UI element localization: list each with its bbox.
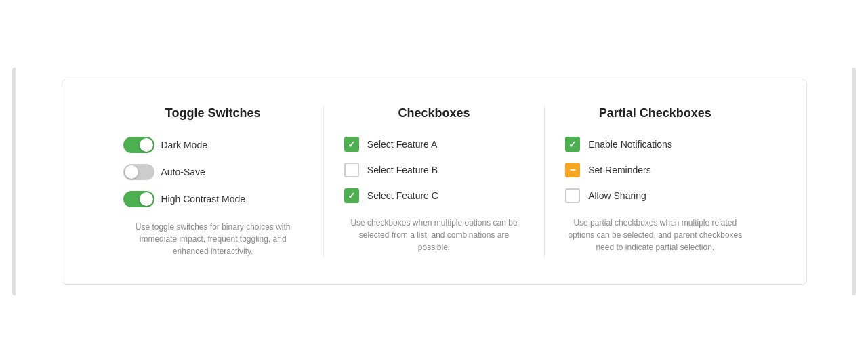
section-toggles: Toggle Switches Dark Mode Auto-Save: [103, 106, 324, 257]
toggle-dark-mode-knob: [140, 138, 153, 152]
checkbox-feature-c-label: Select Feature C: [367, 190, 438, 201]
checkbox-feature-a[interactable]: [344, 137, 359, 152]
toggle-high-contrast[interactable]: [123, 191, 154, 207]
checkbox-item-feature-c: Select Feature C: [344, 188, 524, 203]
partial-checkbox-reminders-label: Set Reminders: [588, 165, 651, 175]
partial-checkbox-item-sharing: Allow Sharing: [565, 188, 745, 203]
toggle-high-contrast-knob: [140, 192, 153, 206]
checkbox-section-title: Checkboxes: [344, 106, 524, 121]
partial-checkbox-notifications-label: Enable Notifications: [588, 139, 672, 150]
checkbox-feature-b[interactable]: [344, 163, 359, 177]
checkbox-feature-a-label: Select Feature A: [367, 139, 438, 150]
partial-checkbox-section-description: Use partial checkboxes when multiple rel…: [565, 217, 745, 253]
section-partial-checkboxes: Partial Checkboxes Enable Notifications …: [545, 106, 765, 257]
toggle-section-title: Toggle Switches: [123, 106, 303, 121]
checkbox-item-feature-b: Select Feature B: [344, 163, 524, 177]
toggle-dark-mode-label: Dark Mode: [161, 140, 207, 150]
toggle-auto-save[interactable]: [123, 164, 154, 180]
page-container: Toggle Switches Dark Mode Auto-Save: [0, 0, 868, 363]
partial-checkbox-section-title: Partial Checkboxes: [565, 106, 745, 121]
partial-checkbox-item-reminders: Set Reminders: [565, 163, 745, 177]
checkbox-item-feature-a: Select Feature A: [344, 137, 524, 152]
checkbox-feature-c[interactable]: [344, 188, 359, 203]
checkbox-section-description: Use checkboxes when multiple options can…: [344, 217, 524, 253]
toggle-section-description: Use toggle switches for binary choices w…: [123, 221, 303, 257]
checkbox-feature-b-label: Select Feature B: [367, 165, 438, 175]
toggle-auto-save-label: Auto-Save: [161, 167, 205, 177]
toggle-item-high-contrast: High Contrast Mode: [123, 191, 303, 207]
partial-checkbox-sharing-label: Allow Sharing: [588, 190, 646, 201]
toggle-auto-save-knob: [125, 165, 138, 179]
partial-checkbox-sharing[interactable]: [565, 188, 580, 203]
toggle-item-dark-mode: Dark Mode: [123, 137, 303, 153]
partial-checkbox-reminders[interactable]: [565, 163, 580, 177]
partial-checkbox-item-notifications: Enable Notifications: [565, 137, 745, 152]
partial-checkbox-notifications[interactable]: [565, 137, 580, 152]
toggle-high-contrast-label: High Contrast Mode: [161, 194, 246, 205]
section-checkboxes: Checkboxes Select Feature A Select Featu…: [324, 106, 545, 257]
main-card: Toggle Switches Dark Mode Auto-Save: [62, 79, 807, 285]
toggle-item-auto-save: Auto-Save: [123, 164, 303, 180]
toggle-dark-mode[interactable]: [123, 137, 154, 153]
